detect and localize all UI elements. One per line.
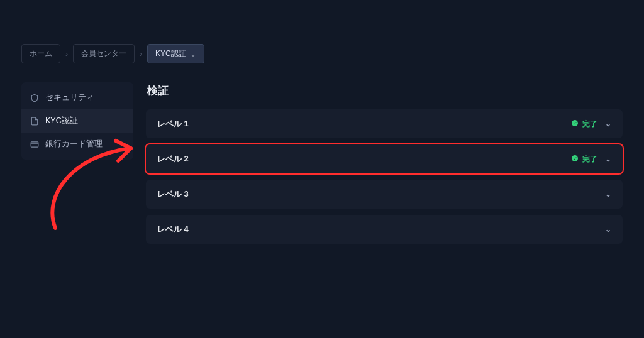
sidebar-item-kyc[interactable]: KYC認証 [21, 109, 133, 133]
level-status: 完了 ⌄ [571, 155, 611, 164]
crumb-home-label: ホーム [30, 48, 52, 59]
page-title: 検証 [147, 84, 623, 98]
svg-rect-0 [31, 141, 38, 146]
sidebar-item-label: KYC認証 [45, 116, 78, 126]
file-icon [30, 117, 39, 126]
level-status-text: 完了 [582, 155, 597, 164]
main: 検証 レベル 1 完了 ⌄ レベル 2 完了 ⌄ [143, 82, 623, 250]
level-label: レベル 2 [157, 153, 189, 165]
chevron-down-icon: ⌄ [605, 225, 611, 234]
sidebar-item-bankcard[interactable]: 銀行カード管理 [21, 133, 133, 156]
credit-card-icon [30, 140, 39, 149]
svg-point-3 [572, 155, 578, 161]
sidebar-item-label: セキュリティ [45, 92, 94, 103]
chevron-down-icon: ⌄ [605, 190, 611, 199]
level-label: レベル 1 [157, 118, 189, 129]
chevron-right-icon: › [64, 50, 69, 58]
crumb-current-label: KYC認証 [155, 48, 186, 59]
level-row-2[interactable]: レベル 2 完了 ⌄ [146, 144, 623, 173]
sidebar-item-security[interactable]: セキュリティ [21, 86, 133, 109]
level-row-1[interactable]: レベル 1 完了 ⌄ [146, 109, 623, 138]
crumb-member[interactable]: 会員センター [73, 44, 135, 63]
svg-point-2 [572, 120, 578, 126]
level-status: 完了 ⌄ [571, 119, 611, 129]
crumb-current[interactable]: KYC認証 ⌄ [147, 44, 204, 63]
shield-icon [30, 94, 39, 102]
sidebar: セキュリティ KYC認証 銀行カード管理 [21, 82, 133, 160]
chevron-down-icon: ⌄ [605, 119, 611, 128]
chevron-down-icon: ⌄ [605, 155, 611, 163]
check-circle-icon [571, 155, 579, 163]
level-label: レベル 3 [157, 188, 189, 200]
crumb-home[interactable]: ホーム [21, 44, 60, 63]
breadcrumb: ホーム › 会員センター › KYC認証 ⌄ [21, 44, 623, 63]
level-label: レベル 4 [157, 224, 189, 235]
check-circle-icon [571, 119, 579, 128]
sidebar-item-label: 銀行カード管理 [45, 139, 103, 150]
level-row-4[interactable]: レベル 4 ⌄ [146, 215, 623, 244]
chevron-down-icon: ⌄ [190, 50, 196, 58]
chevron-right-icon: › [138, 50, 143, 58]
level-row-3[interactable]: レベル 3 ⌄ [146, 180, 623, 209]
crumb-member-label: 会員センター [81, 48, 126, 59]
level-status-text: 完了 [582, 119, 597, 129]
